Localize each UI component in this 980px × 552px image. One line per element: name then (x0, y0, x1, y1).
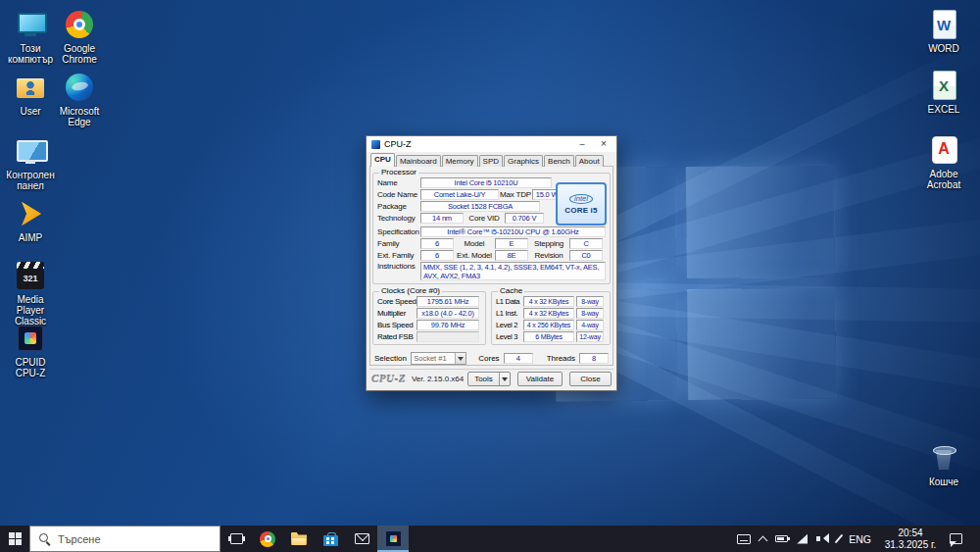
level2-size-field: 4 x 256 KBytes (523, 320, 574, 330)
ext-model-label: Ext. Model (454, 251, 495, 260)
intel-core-i5-badge: intel CORE i5 (556, 182, 607, 226)
l1-inst-label: L1 Inst. (496, 309, 523, 318)
threads-label: Threads (545, 354, 575, 363)
ext-model-field: 8E (495, 250, 528, 261)
cache-group-label: Cache (498, 287, 524, 295)
stepping-label: Stepping (528, 239, 569, 248)
battery-icon[interactable] (775, 535, 788, 542)
close-button[interactable]: × (593, 137, 614, 151)
selection-label: Selection (374, 354, 411, 363)
core-vid-label: Core VID (464, 214, 505, 223)
minimize-button[interactable]: – (571, 137, 593, 151)
close-window-button[interactable]: Close (569, 372, 612, 386)
max-tdp-label: Max TDP (499, 190, 532, 199)
bus-speed-label: Bus Speed (377, 321, 416, 329)
taskbar-mail-button[interactable] (346, 526, 377, 552)
package-field: Socket 1528 FCBGA (420, 201, 540, 212)
cores-field: 4 (504, 353, 533, 364)
technology-label: Technology (377, 214, 420, 223)
name-label: Name (377, 178, 420, 187)
socket-selector[interactable]: Socket #1 (411, 352, 466, 365)
taskbar-search[interactable]: Търсене (29, 526, 220, 552)
word-icon: W (927, 8, 960, 41)
l1-data-ways-field: 8-way (576, 296, 604, 307)
l1-inst-ways-field: 8-way (576, 308, 604, 319)
desktop-icon-label: WORD (915, 43, 972, 54)
version-text: Ver. 2.15.0.x64 (412, 375, 464, 383)
family-field: 6 (420, 238, 454, 249)
microsoft-store-icon (323, 532, 338, 546)
window-title: CPU-Z (384, 139, 571, 149)
processor-group-label: Processor (379, 169, 418, 176)
file-explorer-icon (291, 532, 307, 545)
tab-memory[interactable]: Memory (442, 155, 478, 167)
hidden-icons-chevron-icon[interactable] (759, 535, 768, 545)
desktop-icon-word[interactable]: W WORD (915, 8, 972, 54)
tab-cpu[interactable]: CPU (370, 153, 395, 167)
cpuz-icon (385, 530, 402, 547)
l1-data-label: L1 Data (496, 297, 523, 306)
taskbar-cpuz-button[interactable] (377, 526, 409, 552)
aimp-icon (14, 197, 47, 230)
level3-ways-field: 12-way (576, 331, 604, 342)
instructions-label: Instructions (377, 262, 420, 271)
specification-field: Intel® Core™ i5-10210U CPU @ 1.60GHz (420, 226, 606, 237)
recycle-bin-icon (927, 441, 960, 475)
tab-spd[interactable]: SPD (479, 155, 503, 167)
tab-graphics[interactable]: Graphics (504, 155, 543, 167)
desktop-icon-acrobat[interactable]: A Adobe Acrobat (915, 133, 972, 190)
model-field: E (495, 238, 528, 249)
clocks-group-label: Clocks (Core #0) (379, 287, 442, 295)
desktop-icon-label: Adobe Acrobat (915, 169, 972, 190)
desktop-icon-recycle-bin[interactable]: Кошче (915, 441, 972, 487)
rated-fsb-field (416, 331, 479, 342)
taskbar-store-button[interactable] (315, 526, 346, 552)
tab-about[interactable]: About (575, 155, 604, 167)
acrobat-icon: A (927, 133, 960, 167)
desktop-icon-chrome[interactable]: Google Chrome (51, 8, 108, 65)
desktop-icon-label: Microsoft Edge (51, 106, 108, 127)
desktop-icon-cpuz[interactable]: CPUID CPU-Z (2, 322, 59, 378)
touch-keyboard-icon[interactable] (737, 534, 751, 544)
tools-button[interactable]: Tools (467, 372, 511, 386)
desktop-icon-edge[interactable]: Microsoft Edge (51, 71, 108, 127)
language-indicator[interactable]: ENG (849, 533, 871, 545)
chevron-down-icon[interactable] (455, 353, 466, 364)
word-w-glyph: W (927, 17, 960, 33)
start-button[interactable] (0, 526, 29, 552)
desktop-icon-label: Контролен панел (2, 170, 59, 191)
search-placeholder-text: Търсене (58, 533, 101, 545)
multiplier-label: Multiplier (377, 309, 416, 318)
taskbar-chrome-button[interactable] (252, 526, 283, 552)
taskbar-clock[interactable]: 20:54 31.3.2025 г. (880, 527, 941, 550)
taskbar-explorer-button[interactable] (283, 526, 315, 552)
excel-x-glyph: X (927, 77, 960, 94)
l1-inst-size-field: 4 x 32 KBytes (523, 308, 574, 319)
tools-dropdown-icon[interactable] (499, 373, 510, 385)
action-center-icon[interactable] (950, 533, 962, 544)
tab-bench[interactable]: Bench (544, 155, 574, 167)
level2-label: Level 2 (496, 321, 523, 329)
titlebar[interactable]: CPU-Z – × (367, 136, 616, 152)
validate-button[interactable]: Validate (517, 372, 563, 386)
desktop-icon-media-player-classic[interactable]: 321 Media Player Classic (2, 259, 59, 326)
desktop-icon-control-panel[interactable]: Контролен панел (2, 134, 59, 191)
network-signal-icon[interactable] (797, 534, 808, 544)
code-name-field: Comet Lake-U/Y (420, 189, 499, 200)
cache-group: Cache L1 Data 4 x 32 KBytes 8-way L1 Ins… (491, 287, 611, 345)
rated-fsb-label: Rated FSB (377, 332, 416, 341)
level3-label: Level 3 (496, 332, 523, 341)
tab-mainboard[interactable]: Mainboard (396, 155, 441, 167)
cpuz-logo: CPU-Z (371, 373, 406, 384)
system-tray: ENG 20:54 31.3.2025 г. (737, 526, 980, 552)
desktop-icon-label: Кошче (915, 477, 972, 487)
desktop-icon-excel[interactable]: X EXCEL (915, 69, 972, 115)
tools-button-label: Tools (474, 375, 493, 383)
pen-icon[interactable] (835, 534, 844, 544)
core-i5-text: CORE i5 (564, 206, 597, 215)
desktop-icon-aimp[interactable]: AIMP (2, 197, 59, 243)
task-view-button[interactable] (220, 526, 252, 552)
tab-bar: CPU Mainboard Memory SPD Graphics Bench … (367, 152, 616, 167)
volume-icon[interactable] (816, 533, 829, 544)
clocks-group: Clocks (Core #0) Core Speed 1795.61 MHz … (372, 287, 486, 345)
